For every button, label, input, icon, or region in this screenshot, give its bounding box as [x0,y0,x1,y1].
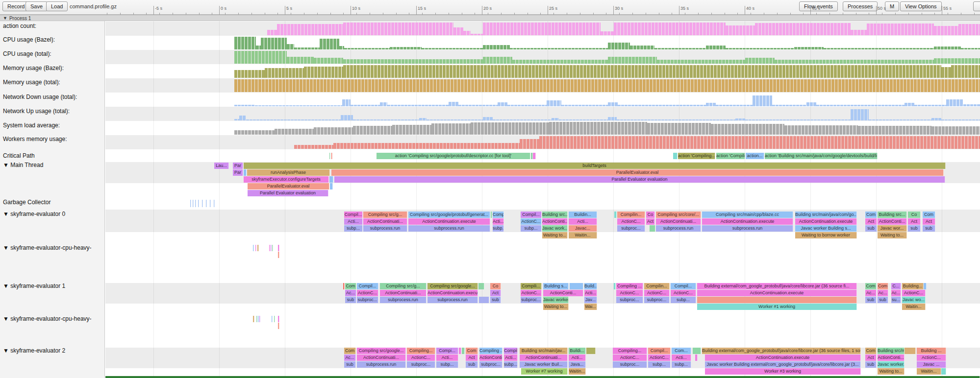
slice[interactable]: Compiling src/google... [427,283,478,289]
slice[interactable]: Par [233,163,243,169]
slice[interactable] [924,283,927,289]
slice[interactable]: Compili... [521,283,542,289]
slice[interactable]: Worker #7 working [521,368,568,375]
view-options-button[interactable]: View Options [900,1,942,11]
slice[interactable]: sub [865,225,877,232]
slice[interactable]: ActionC... [613,354,647,361]
slice[interactable] [343,283,345,289]
slice[interactable]: Javac worker Buil... [520,361,568,368]
slice[interactable]: Ac... [865,290,877,296]
slice[interactable]: Javac ... [917,361,946,368]
slice[interactable]: Ac... [891,290,901,296]
slice[interactable]: sub [865,361,877,368]
slice[interactable] [614,283,616,289]
slice[interactable]: ActionC... [671,290,696,296]
slice[interactable] [271,245,272,251]
slice[interactable]: Javac wor... [878,225,907,232]
slice[interactable]: Compiling... [407,348,435,354]
slice[interactable]: Act [865,354,877,361]
slice[interactable]: ActionC... [917,354,946,361]
track-label-skyframe-evaluator-0[interactable]: ▼ skyframe-evaluator 0 [3,211,65,217]
slice[interactable]: Com [878,283,888,289]
slice[interactable] [695,354,698,361]
slice[interactable] [459,348,461,354]
slice[interactable]: Java... [569,361,586,368]
slice[interactable]: ActionConti... [542,218,568,225]
slice[interactable]: Com [344,348,356,354]
slice[interactable]: Com [923,212,935,218]
slice[interactable]: subp... [671,297,696,303]
slice[interactable] [941,368,946,375]
slice[interactable]: ActionContinuati... [357,354,406,361]
slice[interactable]: Compiling... [613,348,647,354]
slice[interactable] [274,316,275,322]
slice[interactable]: C... [891,283,901,289]
slice[interactable]: Com [345,283,356,289]
slice[interactable]: Parallel Evaluator evaluation [248,190,328,196]
slice[interactable]: Compil... [521,212,542,218]
slice[interactable] [258,316,259,322]
slice[interactable]: Waiting to... [542,232,568,238]
slice[interactable] [206,200,207,207]
slice[interactable]: subproc... [521,297,542,303]
slice[interactable]: action 'Compili... [716,153,745,159]
slice[interactable]: Waiting to... [878,232,907,238]
slice[interactable]: Javac... [569,225,597,232]
slice[interactable]: ActionContinuation.execute [705,354,861,361]
slice[interactable]: Act [908,218,921,225]
slice[interactable]: ActionContinuati... [656,218,701,225]
slice[interactable]: subproc... [644,297,670,303]
slice[interactable]: subp... [648,361,671,368]
slice[interactable]: Act [646,218,655,225]
slice[interactable] [462,348,465,354]
slice[interactable] [244,169,247,176]
slice[interactable]: Compilin... [617,212,645,218]
slice[interactable]: Building ... [917,348,946,354]
slice[interactable]: subprocess.run [357,361,406,368]
slice[interactable]: action... [746,153,764,159]
slice[interactable]: sub [344,361,356,368]
slice[interactable]: Acti... [493,218,504,225]
slice[interactable]: Par [233,169,243,176]
slice[interactable]: Acti... [504,354,518,361]
slice[interactable]: ActionConti... [543,290,583,296]
slice[interactable] [210,200,211,207]
slice[interactable]: Acti... [569,354,586,361]
slice[interactable] [697,297,857,303]
slice[interactable]: subprocess.run [702,225,793,232]
slice[interactable]: ActionC... [648,354,671,361]
track-label-skyframe-evaluator-cpu-heavy[interactable]: ▼ skyframe-evaluator-cpu-heavy- [3,315,92,322]
slice[interactable]: Building... [902,283,924,289]
slice[interactable] [198,200,199,207]
slice[interactable]: skyframeExecutor.configureTargets [244,176,329,183]
slice[interactable]: subp... [504,361,518,368]
slice[interactable]: Acti... [344,218,363,225]
slice[interactable]: Waitin... [917,368,941,375]
slice[interactable] [193,200,194,207]
track-label-memory-usage-bazel[interactable]: Memory usage (Bazel): [3,65,64,71]
slice[interactable] [278,323,279,329]
slice[interactable]: Acti... [569,218,597,225]
slice[interactable]: subproc... [617,225,645,232]
processes-button[interactable]: Processes [843,1,878,11]
slice[interactable] [259,316,260,322]
slice[interactable]: Act [865,218,877,225]
slice[interactable]: sub [908,225,921,232]
slice[interactable]: sub [490,297,501,303]
slice[interactable]: Comp... [493,212,504,218]
slice[interactable]: Compil... [357,283,378,289]
slice[interactable]: ActionContinuation.execute [697,290,857,296]
slice[interactable]: sub [865,297,877,303]
slice[interactable]: subp... [436,361,458,368]
slice[interactable]: subproc... [613,361,647,368]
slice[interactable]: Compil... [648,348,671,354]
slice[interactable]: Compiling src/google... [357,348,406,354]
slice[interactable]: Javac worker... [543,297,569,303]
slice[interactable]: subproc... [479,361,503,368]
slice[interactable]: subp... [521,225,542,232]
slice[interactable]: action 'Compiling src/google/protobuf/de… [377,153,530,159]
slice[interactable]: Compil... [671,283,696,289]
slice[interactable]: Waiting to borrow worker [795,232,857,238]
slice[interactable] [278,245,279,251]
slice[interactable]: Worker #1 working [697,304,857,310]
